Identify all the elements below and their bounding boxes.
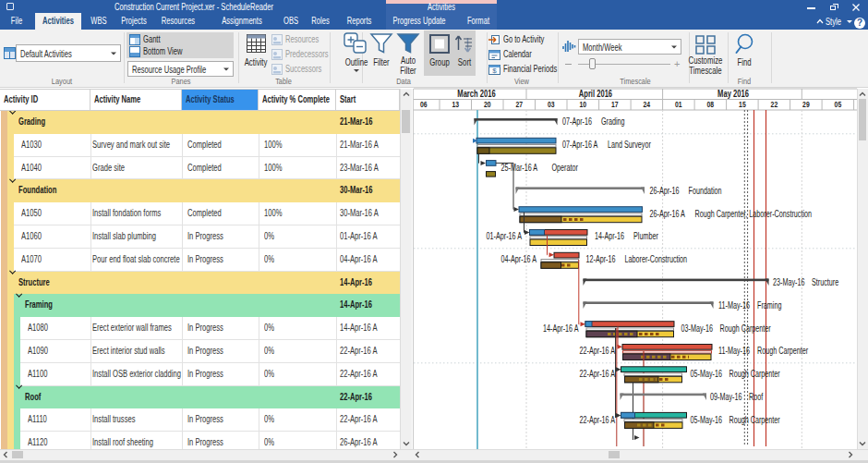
svg-text:Grading: Grading	[601, 116, 625, 127]
svg-text:Operator: Operator	[552, 163, 579, 173]
svg-text:15: 15	[739, 100, 746, 109]
svg-text:26-Apr-16: 26-Apr-16	[650, 186, 680, 196]
svg-text:Land Surveyor: Land Surveyor	[608, 140, 651, 150]
svg-text:14-Apr-16: 14-Apr-16	[595, 231, 624, 241]
svg-text:Structure: Structure	[812, 277, 839, 287]
svg-text:27: 27	[516, 100, 524, 109]
svg-text:26-Apr-16 A: 26-Apr-16 A	[650, 209, 686, 219]
svg-text:03: 03	[548, 100, 555, 109]
svg-text:March 2016: March 2016	[457, 89, 496, 99]
svg-text:14-Apr-16 A: 14-Apr-16 A	[543, 323, 579, 334]
svg-text:07-Apr-16 A: 07-Apr-16 A	[562, 140, 598, 150]
svg-text:Plumber: Plumber	[633, 231, 658, 241]
svg-text:09-May-16: 09-May-16	[710, 392, 742, 402]
svg-text:22: 22	[771, 100, 778, 109]
svg-text:22-Apr-16 A: 22-Apr-16 A	[580, 415, 616, 425]
svg-text:04-Apr-16 A: 04-Apr-16 A	[501, 254, 537, 264]
svg-text:24: 24	[644, 100, 651, 109]
svg-text:05-May-16: 05-May-16	[691, 369, 723, 379]
svg-text:Roof: Roof	[749, 392, 763, 402]
svg-text:Foundation: Foundation	[689, 186, 722, 196]
svg-text:13: 13	[452, 100, 460, 109]
svg-text:22-Apr-16 A: 22-Apr-16 A	[580, 369, 616, 379]
svg-text:05: 05	[835, 100, 842, 109]
svg-text:01: 01	[675, 100, 682, 109]
svg-text:11-May-16: 11-May-16	[718, 300, 750, 311]
svg-text:April 2016: April 2016	[579, 89, 613, 99]
svg-text:10: 10	[580, 100, 587, 109]
svg-text:17: 17	[611, 100, 619, 109]
svg-text:Framing: Framing	[757, 300, 781, 311]
svg-text:Rough Carpenter: Rough Carpenter	[729, 415, 781, 425]
svg-text:12-Apr-16: 12-Apr-16	[586, 254, 616, 264]
svg-text:Rough Carpenter: Rough Carpenter	[720, 323, 772, 334]
svg-text:29: 29	[802, 100, 810, 109]
svg-text:06: 06	[420, 100, 428, 109]
svg-text:22-Apr-16 A: 22-Apr-16 A	[580, 346, 616, 356]
svg-text:Rough Carpenter, Laborer-Const: Rough Carpenter, Laborer-Construction	[695, 209, 813, 219]
svg-text:$: $	[492, 67, 497, 75]
svg-text:May 2016: May 2016	[717, 89, 749, 99]
svg-text:25-Mar-16 A: 25-Mar-16 A	[501, 163, 538, 173]
svg-text:07-Apr-16: 07-Apr-16	[562, 116, 592, 127]
svg-text:20: 20	[484, 100, 491, 109]
svg-text:03-May-16: 03-May-16	[681, 323, 714, 334]
svg-text:11-May-16: 11-May-16	[718, 346, 750, 356]
svg-text:01-Apr-16 A: 01-Apr-16 A	[487, 231, 523, 241]
svg-text:08: 08	[707, 100, 715, 109]
svg-text:Rough Carpenter: Rough Carpenter	[729, 369, 781, 379]
svg-text:Rough Carpenter: Rough Carpenter	[757, 346, 809, 356]
svg-text:05-May-16: 05-May-16	[691, 415, 723, 425]
svg-text:23-May-16: 23-May-16	[773, 277, 805, 287]
svg-text:Laborer-Construction: Laborer-Construction	[625, 254, 688, 264]
